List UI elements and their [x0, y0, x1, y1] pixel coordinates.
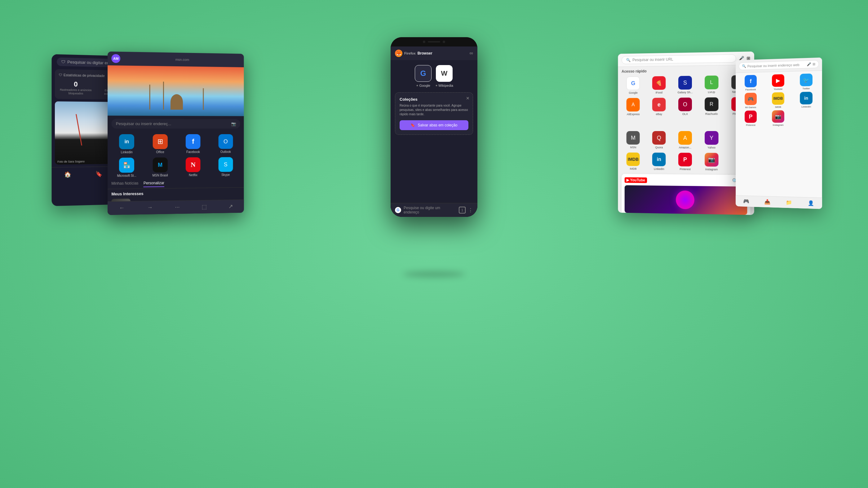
app-migames[interactable]: 🎮 Mi Games	[738, 93, 764, 109]
app-imdb-right[interactable]: IMDB IMDB	[765, 92, 791, 108]
app-office[interactable]: ⊞ Office	[145, 134, 175, 154]
migames-label: Mi Games	[745, 106, 756, 109]
save-tabs-button[interactable]: 🔖 Salvar abas em coleção	[400, 120, 468, 130]
google-letter: G	[421, 69, 426, 78]
front-camera-2	[443, 41, 445, 43]
grid-icon[interactable]: ⊞	[812, 62, 815, 66]
app-facebook-right[interactable]: f Facebook	[738, 75, 764, 91]
app-google[interactable]: G Google	[622, 76, 645, 95]
youtube-right-icon: ▶	[772, 74, 784, 87]
app-skype[interactable]: S Skype	[211, 157, 240, 176]
mid-right-search-box[interactable]: 🔍 Pesquisar ou inserir URL	[622, 54, 736, 64]
linkedin-2-label: LinkedIn	[654, 167, 664, 170]
imdb-right-icon: IMDB	[772, 92, 784, 105]
app-ebay[interactable]: e eBay	[647, 98, 671, 116]
app-instagram[interactable]: 📷 Instagram	[700, 153, 723, 171]
user-avatar: AM	[111, 54, 120, 63]
app-linkedin-right[interactable]: in LinkedIn	[793, 92, 819, 108]
menu-icon[interactable]: ···	[175, 204, 180, 211]
bookmark-icon: 🔖	[410, 123, 415, 127]
right-search-bar[interactable]: 🔍 Pesquisar ou inserir endereço web 🎤 ⊞	[739, 60, 819, 70]
tab-count-button[interactable]: 1	[459, 207, 466, 214]
phone-speaker	[428, 41, 440, 42]
inbox-icon[interactable]: 📥	[765, 199, 771, 205]
instagram-label: Instagram	[705, 168, 718, 171]
yt-character	[676, 191, 694, 209]
address-bar-text[interactable]: Pesquise ou digite um endereço	[404, 206, 456, 215]
mid-right-app-grid-3: M MSN Q Quora A Amazon... Y Yahoo	[618, 129, 754, 151]
user-icon[interactable]: 👤	[808, 200, 814, 206]
folder-icon[interactable]: 📁	[786, 199, 792, 206]
app-amazon[interactable]: A Amazon...	[673, 131, 697, 149]
youtube-news-card: ▶ YouTube 🔍 👤	[622, 174, 750, 215]
collections-close-button[interactable]: ✕	[466, 96, 470, 101]
mic-icon[interactable]: 🎤	[807, 62, 811, 67]
site-wikipedia[interactable]: W ★ Wikipedia	[435, 65, 453, 87]
wikipedia-icon-box: W	[436, 65, 453, 82]
app-linkedin[interactable]: in Linkedin	[111, 134, 142, 154]
firefox-icon: 🦊	[395, 50, 402, 57]
app-youtube-right[interactable]: ▶ Youtube	[765, 74, 791, 91]
home-icon[interactable]: 🏠	[64, 171, 71, 178]
youtube-right-label: Youtube	[774, 88, 783, 91]
app-quora[interactable]: Q Quora	[647, 131, 671, 149]
spacer	[649, 180, 730, 181]
app-imdb[interactable]: IMDB IMDB	[622, 153, 645, 170]
share-icon[interactable]: ↗	[228, 203, 233, 210]
app-twitter-right[interactable]: 🐦 Twitter	[793, 73, 819, 90]
collections-title: Coleções	[400, 97, 468, 102]
google-mini-icon: G	[395, 207, 401, 213]
app-instagram-right[interactable]: 📷 Instagram	[765, 110, 791, 127]
app-yahoo[interactable]: Y Yahoo	[700, 131, 723, 149]
phone-notch	[391, 37, 477, 46]
site-google[interactable]: G ★ Google	[415, 65, 432, 87]
app-ms-store[interactable]: 🏪 Microsoft St...	[111, 158, 142, 177]
yahoo-label: Yahoo	[707, 146, 715, 149]
mid-left-search-input[interactable]: Pesquisar ou inserir endereç... 📷	[111, 119, 240, 129]
facebook-right-label: Facebook	[745, 88, 756, 91]
browser-url-bar[interactable]: msn.com	[123, 57, 240, 62]
twitter-right-label: Twitter	[803, 87, 810, 90]
stat-trackers: 0 Rastreadores e anúncios bloqueados	[59, 80, 93, 95]
mid-left-browser-top: AM msn.com	[107, 52, 244, 67]
google-icon-box: G	[415, 65, 432, 82]
pinterest-right-icon: P	[745, 110, 757, 123]
aliexpress-label: AliExpress	[627, 113, 640, 116]
app-ifood[interactable]: 🍕 iFood	[647, 76, 671, 94]
more-icon[interactable]: ⋮	[468, 207, 473, 213]
app-aliexpress[interactable]: A AliExpress	[622, 98, 645, 116]
app-pinterest-2[interactable]: P Pinterest	[673, 153, 697, 171]
app-facebook[interactable]: f Facebook	[178, 134, 208, 154]
back-icon[interactable]: ←	[119, 205, 125, 212]
app-linkedin-2[interactable]: in LinkedIn	[647, 153, 671, 170]
add-row: +	[618, 117, 754, 129]
app-msn[interactable]: M MSN	[622, 131, 645, 149]
app-olx[interactable]: O OLX	[673, 98, 697, 116]
youtube-header: ▶ YouTube 🔍 👤	[625, 177, 747, 184]
pinterest-2-label: Pinterest	[680, 168, 690, 171]
app-netflix[interactable]: N Netflix	[178, 157, 208, 176]
center-phone: 🦊 Firefox Browser ∞ G ★ Google	[391, 37, 477, 217]
infinity-icon[interactable]: ∞	[470, 51, 473, 56]
wikipedia-star: ★	[435, 84, 438, 87]
skype-icon: S	[218, 157, 233, 172]
app-galaxy-shop[interactable]: S Galaxy Sh...	[673, 76, 697, 94]
front-camera	[423, 41, 425, 43]
app-riachuelo[interactable]: R Riachuelo	[700, 97, 723, 116]
app-outlook[interactable]: O Outlook	[211, 134, 240, 154]
instagram-right-icon: 📷	[772, 110, 784, 123]
forward-icon[interactable]: →	[147, 204, 153, 211]
app-pinterest-right[interactable]: P Pinterest	[738, 110, 764, 126]
netflix-label: Netflix	[189, 173, 197, 176]
collections-card: ✕ Coleções Reúna o que é importante para…	[395, 92, 473, 135]
app-msn[interactable]: M MSN Brasil	[145, 157, 175, 177]
games-icon[interactable]: 🎮	[743, 198, 749, 204]
livup-label: LivUp	[708, 91, 715, 94]
tab-minhas-noticias[interactable]: Minhas Notícias	[111, 181, 138, 188]
app-livup[interactable]: L LivUp	[700, 75, 723, 94]
facebook-icon: f	[186, 134, 200, 149]
msn-label: MSN	[630, 146, 637, 149]
bookmark-icon[interactable]: 🔖	[95, 170, 102, 177]
tab-personalizar[interactable]: Personalizar	[144, 181, 164, 187]
tabs-icon[interactable]: ⬚	[202, 203, 207, 210]
